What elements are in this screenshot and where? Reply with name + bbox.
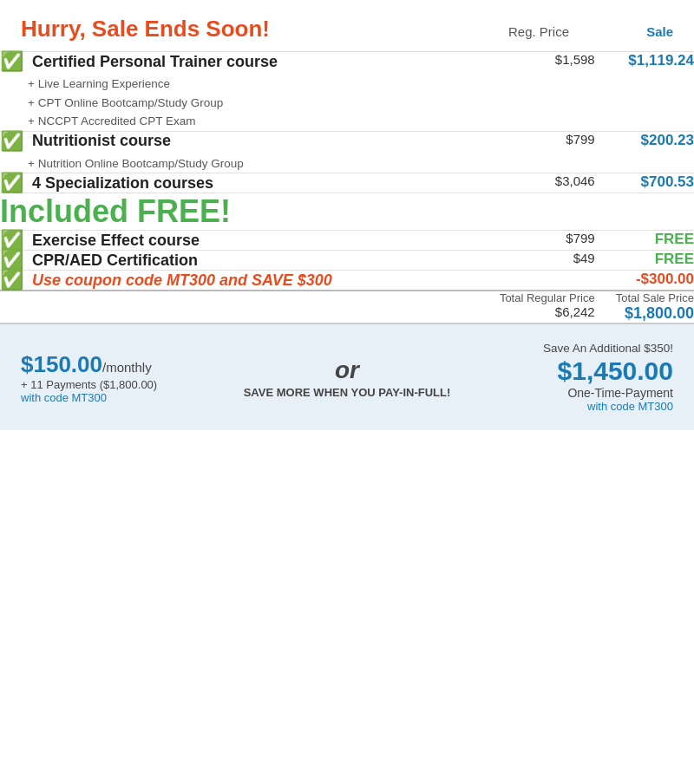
lump-price: $1,450.00 [468, 356, 673, 386]
coupon-main-cell: ✅ Use coupon code MT300 and SAVE $300 [0, 271, 478, 291]
free-item-main-cell-0: ✅ Exercise Effect course [0, 231, 478, 251]
free-price-1: FREE [655, 251, 694, 267]
item-title-row-2: ✅ 4 Specialization courses [0, 173, 478, 193]
item-main-cell-2: ✅ 4 Specialization courses [0, 173, 478, 193]
included-free-cell: Included FREE! [0, 193, 694, 231]
item-price-cell-0: $1,598 [478, 52, 595, 131]
lump-save: Save An Additional $350! [468, 342, 673, 355]
free-item-title-1: CPR/AED Certification [32, 252, 198, 270]
header-row: Hurry, Sale Ends Soon! Reg. Price Sale [0, 0, 694, 52]
save-more-text: SAVE MORE WHEN YOU PAY-IN-FULL! [244, 386, 451, 399]
free-check-icon-0: ✅ [0, 231, 23, 250]
monthly-suffix: /monthly [102, 360, 152, 375]
monthly-block: $150.00/monthly + 11 Payments ($1,800.00… [21, 351, 226, 404]
item-row: ✅ Certified Personal Trainer course + Li… [0, 52, 694, 131]
free-item-price-cell-0: $799 [478, 231, 595, 251]
item-main-cell-1: ✅ Nutritionist course + Nutrition Online… [0, 131, 478, 173]
coupon-title-row: ✅ Use coupon code MT300 and SAVE $300 [0, 271, 478, 290]
sale-price-2: $700.53 [641, 173, 694, 190]
total-sale-value: $1,800.00 [595, 304, 694, 323]
item-sale-cell-1: $200.23 [595, 131, 694, 173]
coupon-discount-cell: -$300.00 [595, 271, 694, 291]
item-title-row-1: ✅ Nutritionist course [0, 132, 478, 151]
included-free-label: Included FREE! [0, 193, 231, 229]
coupon-row: ✅ Use coupon code MT300 and SAVE $300 -$… [0, 271, 694, 291]
free-item-title-row-1: ✅ CPR/AED Certification [0, 251, 478, 270]
free-item-sale-cell-0: FREE [595, 231, 694, 251]
or-text: or [244, 356, 451, 384]
free-section-row: Included FREE! [0, 193, 694, 231]
coupon-check-icon: ✅ [0, 271, 23, 290]
free-price-0: FREE [655, 231, 694, 247]
main-container: Hurry, Sale Ends Soon! Reg. Price Sale ✅… [0, 0, 694, 430]
pricing-table: ✅ Certified Personal Trainer course + Li… [0, 52, 694, 323]
totals-reg-cell: Total Regular Price $6,242 [478, 291, 595, 323]
monthly-price: $150.00 [21, 351, 102, 377]
monthly-code: with code MT300 [21, 391, 226, 404]
item-sub-1: + Nutrition Online Bootcamp/Study Group [28, 154, 478, 173]
monthly-sub: + 11 Payments ($1,800.00) [21, 378, 226, 391]
col-reg-label: Reg. Price [465, 24, 578, 39]
sale-price-1: $200.23 [641, 132, 694, 148]
total-reg-label: Total Regular Price [478, 291, 595, 304]
check-icon-2: ✅ [0, 173, 23, 193]
free-item-sale-cell-1: FREE [595, 251, 694, 271]
hurry-text: Hurry, Sale Ends Soon! [21, 16, 270, 42]
item-row: ✅ Nutritionist course + Nutrition Online… [0, 131, 694, 173]
free-check-icon-1: ✅ [0, 251, 23, 270]
coupon-text: Use coupon code MT300 and SAVE $300 [32, 271, 332, 290]
item-title-0: Certified Personal Trainer course [32, 53, 278, 71]
col-sale-label: Sale [578, 24, 673, 39]
free-item-row: ✅ Exercise Effect course $799 FREE [0, 231, 694, 251]
free-item-title-0: Exercise Effect course [32, 232, 200, 250]
item-price-cell-2: $3,046 [478, 173, 595, 193]
payment-section: $150.00/monthly + 11 Payments ($1,800.00… [0, 323, 694, 430]
total-sale-label: Total Sale Price [595, 291, 694, 304]
item-row: ✅ 4 Specialization courses $3,046 $700.5… [0, 173, 694, 193]
check-icon-0: ✅ [0, 52, 23, 71]
lump-block: Save An Additional $350! $1,450.00 One-T… [468, 342, 673, 413]
item-main-cell-0: ✅ Certified Personal Trainer course + Li… [0, 52, 478, 131]
item-price-cell-1: $799 [478, 131, 595, 173]
free-item-main-cell-1: ✅ CPR/AED Certification [0, 251, 478, 271]
totals-empty-cell [0, 291, 478, 323]
item-sale-cell-2: $700.53 [595, 173, 694, 193]
item-title-row-0: ✅ Certified Personal Trainer course [0, 52, 478, 71]
item-sub-0: + Live Learning Experience+ CPT Online B… [28, 75, 478, 131]
item-title-2: 4 Specialization courses [32, 174, 213, 193]
monthly-price-row: $150.00/monthly [21, 351, 226, 378]
item-sale-cell-0: $1,119.24 [595, 52, 694, 131]
lump-code: with code MT300 [468, 400, 673, 413]
coupon-price-cell [478, 271, 595, 291]
item-title-1: Nutritionist course [32, 132, 171, 150]
check-icon-1: ✅ [0, 132, 23, 151]
lump-sub: One-Time-Payment [468, 386, 673, 400]
totals-row: Total Regular Price $6,242 Total Sale Pr… [0, 291, 694, 323]
total-reg-value: $6,242 [478, 304, 595, 319]
totals-sale-cell: Total Sale Price $1,800.00 [595, 291, 694, 323]
col-headers: Reg. Price Sale [465, 24, 673, 39]
sale-price-0: $1,119.24 [628, 52, 694, 69]
free-item-row: ✅ CPR/AED Certification $49 FREE [0, 251, 694, 271]
free-item-title-row-0: ✅ Exercise Effect course [0, 231, 478, 250]
coupon-discount: -$300.00 [636, 271, 694, 287]
free-item-price-cell-1: $49 [478, 251, 595, 271]
or-block: or SAVE MORE WHEN YOU PAY-IN-FULL! [226, 356, 468, 399]
